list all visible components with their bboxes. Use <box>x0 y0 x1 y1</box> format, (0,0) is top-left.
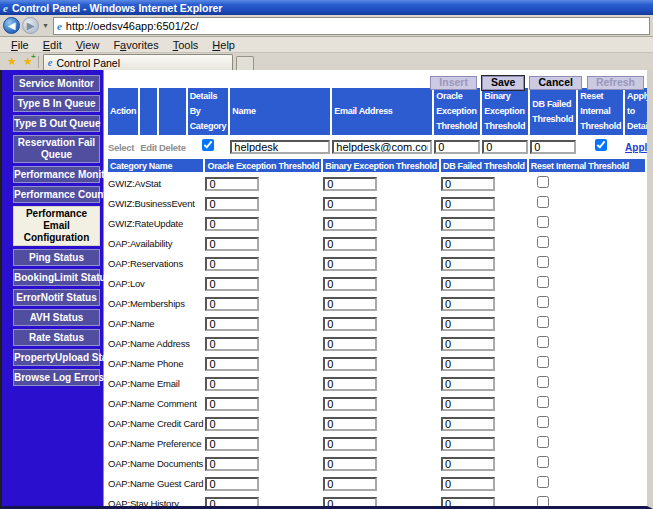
binary-threshold-input[interactable] <box>323 217 377 231</box>
reset-internal-checkbox[interactable] <box>537 236 549 248</box>
sidebar-item-performance-email-configuration[interactable]: Performance Email Configuration <box>13 206 100 246</box>
reset-internal-checkbox[interactable] <box>537 476 549 488</box>
menu-favorites[interactable]: Favorites <box>106 39 165 51</box>
reset-internal-checkbox[interactable] <box>537 216 549 228</box>
binary-threshold-input[interactable] <box>323 417 377 431</box>
binary-threshold-input[interactable] <box>323 277 377 291</box>
details-by-category-checkbox[interactable] <box>202 139 214 151</box>
reset-internal-checkbox[interactable] <box>537 376 549 388</box>
menu-file[interactable]: File <box>4 39 36 51</box>
reset-internal-checkbox[interactable] <box>537 496 549 506</box>
history-dropdown-icon[interactable]: ▼ <box>42 22 49 29</box>
binary-threshold-input[interactable] <box>323 197 377 211</box>
save-button[interactable]: Save <box>482 76 525 90</box>
cancel-button[interactable]: Cancel <box>529 76 581 90</box>
binary-threshold-input[interactable] <box>323 397 377 411</box>
oracle-threshold-input[interactable] <box>205 357 259 371</box>
db-failed-threshold-input[interactable] <box>441 277 495 291</box>
sidebar-item-avh-status[interactable]: AVH Status <box>13 309 100 326</box>
binary-threshold-input[interactable] <box>323 337 377 351</box>
reset-internal-checkbox[interactable] <box>537 456 549 468</box>
sidebar-item-errornotif-status[interactable]: ErrorNotif Status <box>13 289 100 306</box>
oracle-threshold-input[interactable] <box>205 457 259 471</box>
db-failed-threshold-input[interactable] <box>441 257 495 271</box>
oracle-threshold-input[interactable] <box>205 297 259 311</box>
sidebar-item-ping-status[interactable]: Ping Status <box>13 249 100 266</box>
edit-link[interactable]: Edit <box>140 142 157 153</box>
tab-control-panel[interactable]: e Control Panel <box>43 54 233 70</box>
db-failed-threshold-input[interactable] <box>441 437 495 451</box>
sidebar-item-propertyupload-status[interactable]: PropertyUpload Status <box>13 349 100 366</box>
reset-internal-checkbox[interactable] <box>537 316 549 328</box>
menu-tools[interactable]: Tools <box>166 39 206 51</box>
oracle-threshold-input[interactable] <box>205 257 259 271</box>
reset-internal-checkbox[interactable] <box>537 356 549 368</box>
sidebar-item-type-b-out-queue[interactable]: Type B Out Queue <box>13 115 100 132</box>
oracle-threshold-input[interactable] <box>205 477 259 491</box>
db-failed-threshold-input[interactable] <box>441 457 495 471</box>
db-failed-threshold-input[interactable] <box>441 297 495 311</box>
reset-internal-checkbox[interactable] <box>537 436 549 448</box>
oracle-threshold-input[interactable] <box>205 217 259 231</box>
forward-button[interactable]: ▶ <box>22 17 39 34</box>
binary-threshold-input[interactable] <box>323 257 377 271</box>
sidebar-item-browse-log-errors[interactable]: Browse Log Errors <box>13 369 100 386</box>
binary-threshold-input[interactable] <box>323 377 377 391</box>
binary-threshold-input[interactable] <box>482 140 528 154</box>
binary-threshold-input[interactable] <box>323 437 377 451</box>
oracle-threshold-input[interactable] <box>205 377 259 391</box>
favorites-star-icon[interactable]: ★ <box>7 55 17 68</box>
delete-link[interactable]: Delete <box>159 142 186 153</box>
sidebar-item-rate-status[interactable]: Rate Status <box>13 329 100 346</box>
sidebar-item-reservation-fail-queue[interactable]: Reservation Fail Queue <box>13 135 100 163</box>
binary-threshold-input[interactable] <box>323 177 377 191</box>
db-failed-threshold-input[interactable] <box>441 237 495 251</box>
oracle-threshold-input[interactable] <box>205 237 259 251</box>
db-failed-threshold-input[interactable] <box>441 397 495 411</box>
oracle-threshold-input[interactable] <box>205 177 259 191</box>
sidebar-item-performance-counter[interactable]: Performance Counter <box>13 186 100 203</box>
db-failed-threshold-input[interactable] <box>441 177 495 191</box>
reset-internal-checkbox[interactable] <box>595 139 607 151</box>
db-failed-threshold-input[interactable] <box>441 197 495 211</box>
sidebar-item-performance-monitor[interactable]: Performance Monitor <box>13 166 100 183</box>
sidebar-item-type-b-in-queue[interactable]: Type B In Queue <box>13 95 100 112</box>
reset-internal-checkbox[interactable] <box>537 196 549 208</box>
reset-internal-checkbox[interactable] <box>537 416 549 428</box>
reset-internal-checkbox[interactable] <box>537 336 549 348</box>
db-failed-threshold-input[interactable] <box>441 477 495 491</box>
oracle-threshold-input[interactable] <box>205 317 259 331</box>
name-input[interactable] <box>230 140 330 154</box>
email-address-input[interactable] <box>332 140 432 154</box>
select-link[interactable]: Select <box>108 142 134 153</box>
db-failed-threshold-input[interactable] <box>441 337 495 351</box>
oracle-threshold-input[interactable] <box>205 497 259 506</box>
db-failed-threshold-input[interactable] <box>441 417 495 431</box>
binary-threshold-input[interactable] <box>323 357 377 371</box>
oracle-threshold-input[interactable] <box>205 397 259 411</box>
oracle-threshold-input[interactable] <box>205 277 259 291</box>
db-failed-threshold-input[interactable] <box>530 140 576 154</box>
oracle-threshold-input[interactable] <box>205 337 259 351</box>
apply-link[interactable]: Apply <box>625 142 647 153</box>
reset-internal-checkbox[interactable] <box>537 396 549 408</box>
db-failed-threshold-input[interactable] <box>441 497 495 506</box>
binary-threshold-input[interactable] <box>323 317 377 331</box>
oracle-threshold-input[interactable] <box>205 417 259 431</box>
menu-help[interactable]: Help <box>205 39 242 51</box>
binary-threshold-input[interactable] <box>323 297 377 311</box>
binary-threshold-input[interactable] <box>323 477 377 491</box>
oracle-threshold-input[interactable] <box>434 140 480 154</box>
reset-internal-checkbox[interactable] <box>537 256 549 268</box>
menu-view[interactable]: View <box>69 39 107 51</box>
binary-threshold-input[interactable] <box>323 457 377 471</box>
new-tab-button[interactable] <box>236 56 254 70</box>
db-failed-threshold-input[interactable] <box>441 377 495 391</box>
sidebar-item-bookinglimit-status[interactable]: BookingLimit Status <box>13 269 100 286</box>
add-favorite-icon[interactable]: ★+ <box>23 55 33 68</box>
reset-internal-checkbox[interactable] <box>537 296 549 308</box>
back-button[interactable]: ◀ <box>3 17 20 34</box>
db-failed-threshold-input[interactable] <box>441 357 495 371</box>
binary-threshold-input[interactable] <box>323 497 377 506</box>
url-input[interactable] <box>66 20 646 32</box>
